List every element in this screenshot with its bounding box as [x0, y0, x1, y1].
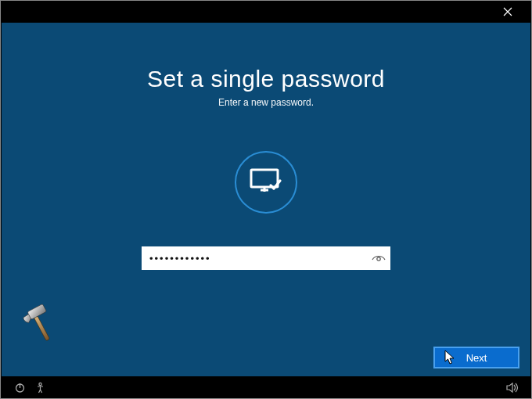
page-title: Set a single password	[2, 23, 530, 92]
power-icon	[14, 382, 26, 394]
accessibility-button[interactable]	[30, 376, 50, 398]
svg-point-6	[38, 383, 41, 385]
hammer-icon	[17, 301, 63, 347]
power-button[interactable]	[9, 376, 30, 398]
volume-icon	[506, 382, 519, 394]
content-area: Set a single password Enter a new passwo…	[2, 23, 530, 376]
svg-rect-3	[27, 304, 47, 319]
volume-button[interactable]	[502, 376, 523, 398]
password-input[interactable]	[142, 253, 367, 264]
next-button-label: Next	[466, 352, 487, 364]
password-field-wrapper	[142, 246, 390, 270]
close-icon	[503, 7, 512, 16]
accessibility-icon	[34, 382, 46, 394]
oobe-window: Set a single password Enter a new passwo…	[0, 0, 532, 399]
page-subtitle: Enter a new password.	[2, 97, 530, 108]
monitor-check-circle	[235, 151, 297, 214]
monitor-check-icon	[249, 167, 283, 198]
next-button[interactable]: Next	[433, 347, 519, 368]
titlebar	[1, 1, 531, 23]
svg-rect-0	[251, 170, 278, 187]
close-button[interactable]	[492, 1, 523, 23]
eye-reveal-icon	[372, 253, 386, 264]
taskbar	[2, 376, 530, 398]
reveal-password-button[interactable]	[367, 246, 390, 270]
svg-point-1	[377, 257, 380, 261]
svg-rect-2	[34, 315, 49, 340]
